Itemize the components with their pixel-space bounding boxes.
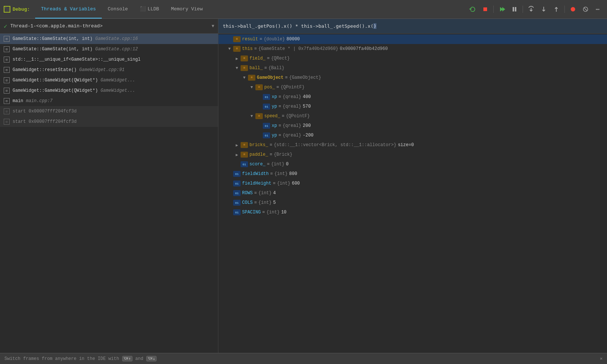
var-toggle: ▶ (255, 104, 263, 109)
rerun-button[interactable] (467, 4, 478, 14)
var-toggle[interactable] (233, 143, 241, 148)
var-row-field[interactable]: ≡ field_ = {QRect} (218, 54, 607, 63)
var-row-speed-xp[interactable]: ▶ 01 xp = {qreal} 200 (218, 121, 607, 131)
svg-point-8 (571, 7, 575, 11)
tab-threads-label: Threads & Variables (41, 6, 96, 12)
var-name: ball_ (249, 65, 263, 71)
thread-name: Thread-1-<com.apple.main-thread> (10, 23, 209, 29)
var-type-icon-int: 01 (263, 94, 270, 100)
status-shortcuts: Switch frames from anywhere in the IDE w… (4, 356, 157, 361)
var-row-cols[interactable]: ▶ 01 COLS = {int} 5 (218, 198, 607, 208)
close-status-button[interactable]: ✕ (600, 356, 603, 361)
frame-icon: ⊡ (4, 36, 10, 42)
resume-button[interactable] (497, 4, 507, 14)
step-into-button[interactable] (539, 4, 549, 14)
variables-tree: ▶ ≡ result = {double} 80000 ≡ this = {Ga… (218, 34, 607, 353)
frame-item[interactable]: ⊡ GameWidget::GameWidget(QWidget*) GameW… (0, 85, 218, 96)
frame-item[interactable]: ⊡ GameWidget::GameWidget(QWidget*) GameW… (0, 75, 218, 85)
var-toggle: ▶ (233, 162, 241, 167)
tab-lldb[interactable]: ⬛ LLDB (134, 0, 165, 18)
var-op: = (262, 210, 265, 215)
var-row-gameobject[interactable]: ≡ GameObject = {GameObject} (218, 73, 607, 82)
main-content: ✓ Thread-1-<com.apple.main-thread> ▼ ⊡ G… (0, 19, 607, 353)
var-row-pos[interactable]: ≡ pos_ = {QPointF} (218, 82, 607, 92)
frame-func: GameWidget::GameWidget(QWidget*) GameWid… (13, 78, 135, 83)
tab-console-label: Console (108, 6, 128, 12)
frame-item[interactable]: ⊡ std::__1::__unique_if<GameState>::__un… (0, 54, 218, 65)
var-row-yp[interactable]: ▶ 01 yp = {qreal} 570 (218, 102, 607, 111)
var-op: = (278, 94, 281, 100)
left-panel: ✓ Thread-1-<com.apple.main-thread> ▼ ⊡ G… (0, 19, 218, 353)
var-value: 200 (303, 123, 311, 128)
var-toggle[interactable] (226, 47, 233, 51)
frame-item[interactable]: ⊡ main main.cpp:7 (0, 96, 218, 106)
var-type-icon-int: 01 (233, 209, 241, 215)
more-options-button[interactable]: ⋯ (593, 4, 603, 14)
var-row-xp[interactable]: ▶ 01 xp = {qreal} 400 (218, 92, 607, 102)
tab-console[interactable]: Console (102, 0, 134, 18)
thread-selector[interactable]: ✓ Thread-1-<com.apple.main-thread> ▼ (0, 19, 218, 34)
mute-breakpoints-button[interactable] (568, 4, 578, 14)
var-name: ROWS (242, 191, 253, 196)
breakpoint-settings-button[interactable] (580, 4, 591, 14)
var-name: fieldWidth (242, 171, 269, 176)
tab-memory-view[interactable]: Memory View (165, 0, 209, 18)
var-row-result[interactable]: ▶ ≡ result = {double} 80000 (218, 34, 607, 44)
var-type-icon-struct: ≡ (248, 75, 255, 81)
var-toggle[interactable] (233, 66, 241, 70)
var-row-this[interactable]: ≡ this = {GameState * | 0x7fa40b42d960} … (218, 44, 607, 54)
var-type: {int} (266, 210, 280, 215)
step-over-button[interactable] (526, 4, 536, 14)
var-toggle[interactable] (248, 85, 255, 90)
svg-line-10 (584, 8, 587, 11)
stop-button[interactable] (480, 4, 490, 14)
var-row-rows[interactable]: ▶ 01 ROWS = {int} 4 (218, 188, 607, 198)
svg-rect-4 (515, 7, 516, 11)
var-toggle[interactable] (233, 56, 241, 61)
var-value: 400 (303, 94, 311, 100)
var-toggle[interactable] (241, 75, 248, 80)
thread-dropdown-icon: ▼ (212, 24, 214, 29)
frame-icon: ⊡ (4, 57, 10, 63)
var-name: pos_ (264, 85, 275, 90)
var-row-ball[interactable]: ≡ ball_ = {Ball} (218, 63, 607, 73)
var-name: xp (272, 123, 277, 128)
var-type: {Brick} (274, 152, 292, 157)
var-type-icon-int: 01 (263, 104, 270, 109)
var-type-icon-struct: ≡ (241, 55, 248, 61)
var-toggle[interactable] (248, 114, 255, 118)
var-type: {qreal} (283, 133, 301, 138)
var-row-score[interactable]: ▶ 01 score_ = {int} 0 (218, 159, 607, 169)
var-op: = (269, 142, 272, 148)
right-panel: this->ball_.getPos().x() * this->ball_.g… (218, 19, 607, 353)
var-row-fieldwidth[interactable]: ▶ 01 fieldWidth = {int} 800 (218, 169, 607, 179)
var-op: = (285, 75, 288, 80)
frame-item[interactable]: ⊡ start 0x00007fff204fcf3d (0, 117, 218, 127)
svg-rect-0 (483, 7, 487, 11)
frame-item[interactable]: ⊡ GameState::GameState(int, int) GameSta… (0, 34, 218, 44)
frame-item[interactable]: ⊡ start 0x00007fff204fcf3d (0, 106, 218, 117)
tab-threads-variables[interactable]: Threads & Variables (35, 0, 102, 18)
tab-memory-label: Memory View (171, 6, 203, 12)
var-op: = (269, 152, 272, 157)
var-name: fieldHeight (242, 181, 271, 186)
var-toggle[interactable] (233, 152, 241, 157)
var-type: {qreal} (283, 94, 301, 100)
var-row-bricks[interactable]: ≡ bricks_ = {std::__1::vector<Brick, std… (218, 140, 607, 150)
var-row-paddle[interactable]: ≡ paddle_ = {Brick} (218, 150, 607, 159)
var-row-fieldheight[interactable]: ▶ 01 fieldHeight = {int} 600 (218, 179, 607, 188)
var-row-speed[interactable]: ≡ speed_ = {QPointF} (218, 111, 607, 121)
frame-item[interactable]: ⊡ GameWidget::resetState() GameWidget.cp… (0, 65, 218, 75)
step-out-button[interactable] (551, 4, 561, 14)
var-row-speed-yp[interactable]: ▶ 01 yp = {qreal} -200 (218, 131, 607, 140)
pause-button[interactable] (509, 4, 520, 14)
var-op: = (273, 181, 275, 186)
var-name: field_ (249, 56, 265, 61)
var-value: 570 (303, 104, 311, 109)
var-row-spacing[interactable]: ▶ 01 SPACING = {int} 10 (218, 208, 607, 217)
var-name: COLS (242, 200, 253, 205)
debug-label: ⬛ Debug: (4, 6, 35, 13)
frame-item[interactable]: ⊡ GameState::GameState(int, int) GameSta… (0, 44, 218, 54)
var-type-icon-struct: ≡ (255, 84, 263, 90)
var-name: speed_ (264, 114, 280, 119)
